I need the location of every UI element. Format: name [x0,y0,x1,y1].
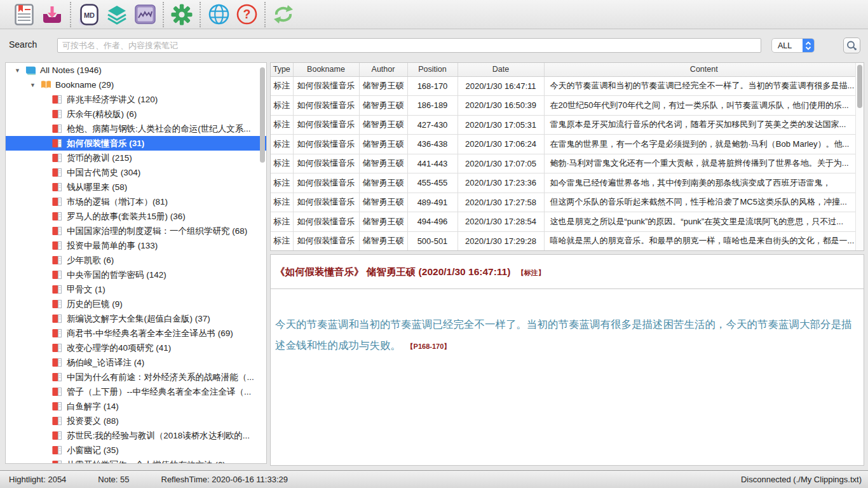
sidebar-item-book[interactable]: 苏世民:我的经验与教训（2018读桥水达利欧的... [6,428,266,443]
table-row[interactable]: 标注如何假装懂音乐储智勇王硕168-1702020/1/30 16:47:11今… [271,76,864,96]
book-label: 枪炮、病菌与钢铁:人类社会的命运(世纪人文系... [64,123,251,135]
sidebar-item-book[interactable]: 管子（上下册）--中华经典名著全本全注全译（... [6,384,266,399]
notes-document-button[interactable] [10,2,38,27]
sidebar-item-book[interactable]: 商君书-中华经典名著全本全注全译丛书 (69) [6,326,266,341]
sidebar-item-book[interactable]: 中国古代简史 (304) [6,165,266,180]
sidebar-item-book[interactable]: 如何假装懂音乐 (31) [6,136,266,151]
table-row[interactable]: 标注如何假装懂音乐储智勇王硕455-4552020/1/30 17:23:36如… [271,173,864,193]
cell-author: 储智勇王硕 [359,135,407,154]
book-icon [51,386,64,397]
search-row: Search ALL [0,30,868,60]
search-input[interactable] [57,38,761,53]
disclosure-triangle-icon[interactable]: ▼ [15,67,25,74]
sidebar-item-book[interactable]: 历史的巨镜 (9) [6,297,266,311]
cell-position: 500-501 [407,231,458,251]
sidebar-item-book[interactable]: 枪炮、病菌与钢铁:人类社会的命运(世纪人文系... [6,121,266,136]
cell-date: 2020/1/30 17:23:36 [458,173,544,193]
cell-bookname: 如何假装懂音乐 [293,96,359,116]
book-icon [51,167,64,178]
sidebar-item-bookname[interactable]: ▼ Bookname (29) [6,78,266,92]
book-icon [51,109,64,119]
column-header-type[interactable]: Type [271,63,293,76]
disclosure-triangle-icon[interactable]: ▼ [30,82,40,88]
cell-content: 鲍勃·马利对雷鬼文化还有一个重大贡献，就是将脏辫传播到了世界各地。关于为... [544,154,864,173]
cell-type: 标注 [271,115,293,135]
filter-select[interactable]: ALL [771,38,815,53]
column-header-bookname[interactable]: Bookname [293,63,359,76]
detail-divider [271,288,864,289]
sidebar-item-book[interactable]: 小窗幽记 (35) [6,443,266,458]
help-button[interactable]: ? [233,2,261,27]
statistics-button[interactable] [131,2,159,27]
sidebar-item-book[interactable]: 中央帝国的哲学密码 (142) [6,268,266,282]
cell-type: 标注 [271,193,293,212]
refresh-sync-button[interactable] [269,2,297,27]
statistics-chart-icon [135,4,156,24]
search-button[interactable] [843,37,860,53]
sidebar-scrollbar[interactable] [259,64,266,463]
book-icon [51,313,64,324]
book-icon [51,328,64,339]
book-label: 少年凯歌 (6) [64,255,114,266]
import-clippings-button[interactable] [38,2,66,27]
cell-author: 储智勇王硕 [359,173,407,193]
sidebar-item-book[interactable]: 甲骨文 (1) [6,282,266,297]
book-label: 白鱼解字 (14) [64,401,119,412]
sidebar-item-book[interactable]: 白鱼解字 (14) [6,399,266,414]
cell-bookname: 如何假装懂音乐 [293,231,359,251]
sidebar-item-book[interactable]: 薛兆丰经济学讲义 (120) [6,92,266,107]
cell-bookname: 如何假装懂音乐 [293,212,359,232]
website-button[interactable] [205,2,233,27]
table-row[interactable]: 标注如何假装懂音乐储智勇王硕494-4962020/1/30 17:28:54这… [271,212,864,232]
cell-author: 储智勇王硕 [359,193,407,212]
table-scrollbar-thumb[interactable] [857,65,862,108]
table-row[interactable]: 标注如何假装懂音乐储智勇王硕489-4912020/1/30 17:27:58但… [271,193,864,212]
book-icon [51,240,64,251]
book-label: 中国为什么有前途：对外经济关系的战略潜能（... [64,372,254,383]
sidebar-item-book[interactable]: 投资中最简单的事 (133) [6,238,266,253]
sidebar-item-all-notes[interactable]: ▼ All Notes (1946) [6,63,266,78]
sidebar-item-book[interactable]: 从零开始学写作：个人增值的有效方法 (6) [6,458,266,464]
sidebar-item-book[interactable]: 货币的教训 (215) [6,151,266,165]
sidebar-item-book[interactable]: 罗马人的故事(套装共15册) (36) [6,209,266,224]
sidebar-scrollbar-thumb[interactable] [260,67,265,163]
markdown-export-button[interactable]: MD [75,2,103,27]
column-header-date[interactable]: Date [458,63,544,76]
merge-layers-button[interactable] [103,2,131,27]
cell-position: 441-443 [407,154,458,173]
cell-bookname: 如何假装懂音乐 [293,135,359,154]
table-row[interactable]: 标注如何假装懂音乐储智勇王硕427-4302020/1/30 17:05:31雷… [271,115,864,135]
sidebar-item-book[interactable]: 改变心理学的40项研究 (41) [6,341,266,355]
column-header-content[interactable]: Content [544,63,864,76]
cell-position: 436-438 [407,135,458,154]
sidebar-item-book[interactable]: 少年凯歌 (6) [6,253,266,268]
search-label: Search [9,39,37,50]
sidebar: ▼ All Notes (1946) ▼ Bookname (29) 薛兆丰经济… [5,62,267,464]
table-row[interactable]: 标注如何假装懂音乐储智勇王硕500-5012020/1/30 17:29:28嘻… [271,231,864,251]
sidebar-item-book[interactable]: 钱从哪里来 (58) [6,180,266,194]
column-header-position[interactable]: Position [407,63,458,76]
book-icon [51,445,64,456]
sidebar-item-book[interactable]: 市场的逻辑（增订本）(81) [6,194,266,209]
table-row[interactable]: 标注如何假装懂音乐储智勇王硕441-4432020/1/30 17:07:05鲍… [271,154,864,173]
sidebar-item-book[interactable]: 中国国家治理的制度逻辑：一个组织学研究 (68) [6,224,266,238]
sidebar-item-book[interactable]: 杨伯峻_论语译注 (4) [6,355,266,370]
detail-body: 今天的节奏蓝调和当初的节奏蓝调已经完全不一样了。当初的节奏蓝调有很多是描述困苦生… [275,314,855,357]
sidebar-item-book[interactable]: 投资要义 (88) [6,414,266,428]
cell-type: 标注 [271,96,293,116]
book-icon [51,182,64,193]
table-row[interactable]: 标注如何假装懂音乐储智勇王硕436-4382020/1/30 17:06:24在… [271,135,864,154]
gear-icon [171,4,193,25]
help-icon: ? [236,4,257,25]
table-scrollbar[interactable] [855,63,864,250]
table-row[interactable]: 标注如何假装懂音乐储智勇王硕186-1892020/1/30 16:50:39在… [271,96,864,116]
column-header-author[interactable]: Author [359,63,407,76]
sidebar-item-book[interactable]: 庆余年(精校版) (6) [6,107,266,121]
filter-selected-value: ALL [772,41,803,50]
sidebar-item-book[interactable]: 中国为什么有前途：对外经济关系的战略潜能（... [6,370,266,384]
book-label: 改变心理学的40项研究 (41) [64,342,171,354]
sidebar-item-book[interactable]: 新编说文解字大全集(超值白金版) (37) [6,311,266,326]
notes-document-icon [15,4,34,25]
settings-button[interactable] [168,2,196,27]
book-label: 管子（上下册）--中华经典名著全本全注全译（... [64,386,251,398]
